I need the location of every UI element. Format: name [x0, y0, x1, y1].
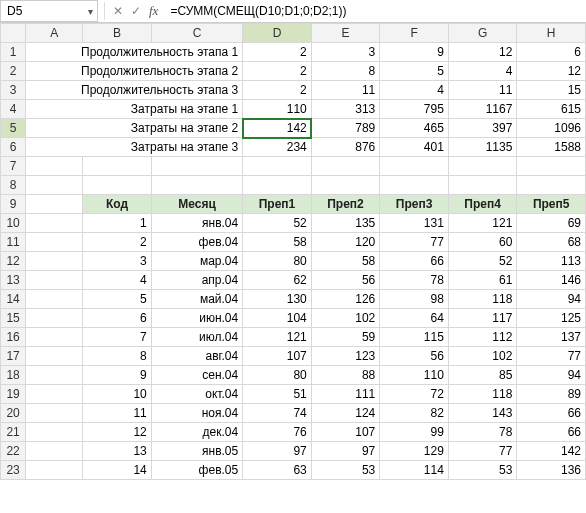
cell-D15[interactable]: 104 — [243, 309, 312, 328]
cell-F18[interactable]: 110 — [380, 366, 449, 385]
cell-G10[interactable]: 121 — [448, 214, 517, 233]
row-header-3[interactable]: 3 — [1, 81, 26, 100]
cell-F22[interactable]: 129 — [380, 442, 449, 461]
cell-C7[interactable] — [151, 157, 242, 176]
cell-D18[interactable]: 80 — [243, 366, 312, 385]
col-header-F[interactable]: F — [380, 24, 449, 43]
cell-A14[interactable] — [26, 290, 83, 309]
cancel-icon[interactable]: ✕ — [113, 4, 123, 18]
cell-D13[interactable]: 62 — [243, 271, 312, 290]
accept-icon[interactable]: ✓ — [131, 4, 141, 18]
cell-C10[interactable]: янв.04 — [151, 214, 242, 233]
cell-A21[interactable] — [26, 423, 83, 442]
cell-F11[interactable]: 77 — [380, 233, 449, 252]
col-header-A[interactable]: A — [26, 24, 83, 43]
cell-A11[interactable] — [26, 233, 83, 252]
cell-G21[interactable]: 78 — [448, 423, 517, 442]
cell-H6[interactable]: 1588 — [517, 138, 586, 157]
cell-E18[interactable]: 88 — [311, 366, 380, 385]
cell-C18[interactable]: сен.04 — [151, 366, 242, 385]
cell-H14[interactable]: 94 — [517, 290, 586, 309]
cell-F12[interactable]: 66 — [380, 252, 449, 271]
cell-G11[interactable]: 60 — [448, 233, 517, 252]
cell-A19[interactable] — [26, 385, 83, 404]
row-header-14[interactable]: 14 — [1, 290, 26, 309]
cell-E1[interactable]: 3 — [311, 43, 380, 62]
cell-C17[interactable]: авг.04 — [151, 347, 242, 366]
cell-E16[interactable]: 59 — [311, 328, 380, 347]
cell-G12[interactable]: 52 — [448, 252, 517, 271]
cell-E14[interactable]: 126 — [311, 290, 380, 309]
cell-G14[interactable]: 118 — [448, 290, 517, 309]
cell-E12[interactable]: 58 — [311, 252, 380, 271]
cell-E19[interactable]: 111 — [311, 385, 380, 404]
cell-G6[interactable]: 1135 — [448, 138, 517, 157]
row-header-9[interactable]: 9 — [1, 195, 26, 214]
cell-D19[interactable]: 51 — [243, 385, 312, 404]
cell-G7[interactable] — [448, 157, 517, 176]
cell-H5[interactable]: 1096 — [517, 119, 586, 138]
cell-G5[interactable]: 397 — [448, 119, 517, 138]
cell-G22[interactable]: 77 — [448, 442, 517, 461]
cell-F13[interactable]: 78 — [380, 271, 449, 290]
cell-E8[interactable] — [311, 176, 380, 195]
cell-C19[interactable]: окт.04 — [151, 385, 242, 404]
cell-F15[interactable]: 64 — [380, 309, 449, 328]
cell-E20[interactable]: 124 — [311, 404, 380, 423]
cell-E6[interactable]: 876 — [311, 138, 380, 157]
cell-B10[interactable]: 1 — [83, 214, 152, 233]
cell-F2[interactable]: 5 — [380, 62, 449, 81]
cell-H16[interactable]: 137 — [517, 328, 586, 347]
label-row4[interactable]: Затраты на этапе 1 — [26, 100, 243, 119]
row-header-2[interactable]: 2 — [1, 62, 26, 81]
cell-C14[interactable]: май.04 — [151, 290, 242, 309]
row-header-12[interactable]: 12 — [1, 252, 26, 271]
cell-D5[interactable]: 142 — [243, 119, 312, 138]
cell-D21[interactable]: 76 — [243, 423, 312, 442]
cell-F23[interactable]: 114 — [380, 461, 449, 480]
cell-B14[interactable]: 5 — [83, 290, 152, 309]
row-header-8[interactable]: 8 — [1, 176, 26, 195]
cell-A23[interactable] — [26, 461, 83, 480]
cell-G16[interactable]: 112 — [448, 328, 517, 347]
cell-G13[interactable]: 61 — [448, 271, 517, 290]
header-C[interactable]: Месяц — [151, 195, 242, 214]
cell-E7[interactable] — [311, 157, 380, 176]
cell-E2[interactable]: 8 — [311, 62, 380, 81]
row-header-11[interactable]: 11 — [1, 233, 26, 252]
cell-D16[interactable]: 121 — [243, 328, 312, 347]
name-box[interactable]: D5 ▾ — [0, 0, 98, 22]
cell-C22[interactable]: янв.05 — [151, 442, 242, 461]
cell-H13[interactable]: 146 — [517, 271, 586, 290]
header-G[interactable]: Преп4 — [448, 195, 517, 214]
cell-B23[interactable]: 14 — [83, 461, 152, 480]
cell-F4[interactable]: 795 — [380, 100, 449, 119]
row-header-19[interactable]: 19 — [1, 385, 26, 404]
cell-H20[interactable]: 66 — [517, 404, 586, 423]
cell-A7[interactable] — [26, 157, 83, 176]
cell-H22[interactable]: 142 — [517, 442, 586, 461]
cell-F10[interactable]: 131 — [380, 214, 449, 233]
row-header-4[interactable]: 4 — [1, 100, 26, 119]
col-header-H[interactable]: H — [517, 24, 586, 43]
cell-F17[interactable]: 56 — [380, 347, 449, 366]
cell-G1[interactable]: 12 — [448, 43, 517, 62]
cell-D22[interactable]: 97 — [243, 442, 312, 461]
cell-E21[interactable]: 107 — [311, 423, 380, 442]
header-F[interactable]: Преп3 — [380, 195, 449, 214]
fx-icon[interactable]: fx — [149, 3, 158, 19]
cell-B15[interactable]: 6 — [83, 309, 152, 328]
cell-H12[interactable]: 113 — [517, 252, 586, 271]
cell-F20[interactable]: 82 — [380, 404, 449, 423]
cell-G17[interactable]: 102 — [448, 347, 517, 366]
cell-D17[interactable]: 107 — [243, 347, 312, 366]
cell-E11[interactable]: 120 — [311, 233, 380, 252]
cell-C13[interactable]: апр.04 — [151, 271, 242, 290]
cell-F8[interactable] — [380, 176, 449, 195]
cell-E22[interactable]: 97 — [311, 442, 380, 461]
header-H[interactable]: Преп5 — [517, 195, 586, 214]
label-row2[interactable]: Продолжительность этапа 2 — [26, 62, 243, 81]
cell-D4[interactable]: 110 — [243, 100, 312, 119]
cell-A22[interactable] — [26, 442, 83, 461]
label-row3[interactable]: Продолжительность этапа 3 — [26, 81, 243, 100]
